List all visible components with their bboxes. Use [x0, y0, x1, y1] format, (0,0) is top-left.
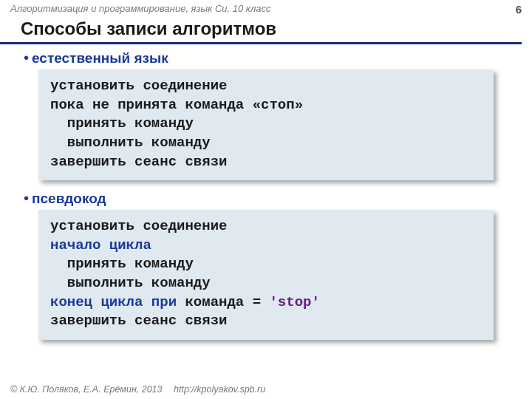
section-natural-language: • естественный язык [0, 50, 532, 66]
code-line: завершить сеанс связи [50, 313, 227, 329]
code-line: принять команду [50, 256, 194, 272]
footer: © К.Ю. Поляков, Е.А. Ерёмин, 2013 http:/… [10, 384, 265, 395]
keyword: начало цикла [50, 237, 151, 253]
section-pseudocode: • псевдокод [0, 191, 532, 207]
code-line: выполнить команду [50, 275, 211, 291]
code-line: установить соединение [50, 78, 227, 94]
code-box-pseudo: установить соединение начало цикла приня… [38, 210, 494, 340]
code-line: завершить сеанс связи [50, 154, 227, 170]
code-text: команда = [177, 294, 269, 310]
footer-url: http://kpolyakov.spb.ru [174, 384, 265, 395]
section-label: естественный язык [32, 50, 168, 66]
course-label: Алгоритмизация и программирование, язык … [10, 3, 271, 16]
code-line: выполнить команду [50, 134, 211, 151]
bullet-icon: • [24, 50, 29, 65]
code-line: установить соединение [50, 218, 227, 234]
bullet-icon: • [24, 191, 29, 205]
page-title: Способы записи алгоритмов [0, 17, 522, 44]
keyword: конец цикла при [50, 294, 177, 310]
code-box-natural: установить соединение пока не принята ко… [38, 69, 494, 180]
code-line: принять команду [50, 115, 194, 132]
copyright: © К.Ю. Поляков, Е.А. Ерёмин, 2013 [10, 384, 163, 395]
section-label: псевдокод [32, 191, 106, 207]
header: Алгоритмизация и программирование, язык … [0, 0, 532, 17]
code-line: пока не принята команда «стоп» [50, 97, 303, 113]
page-number: 6 [516, 3, 522, 16]
string-literal: 'stop' [269, 294, 319, 310]
